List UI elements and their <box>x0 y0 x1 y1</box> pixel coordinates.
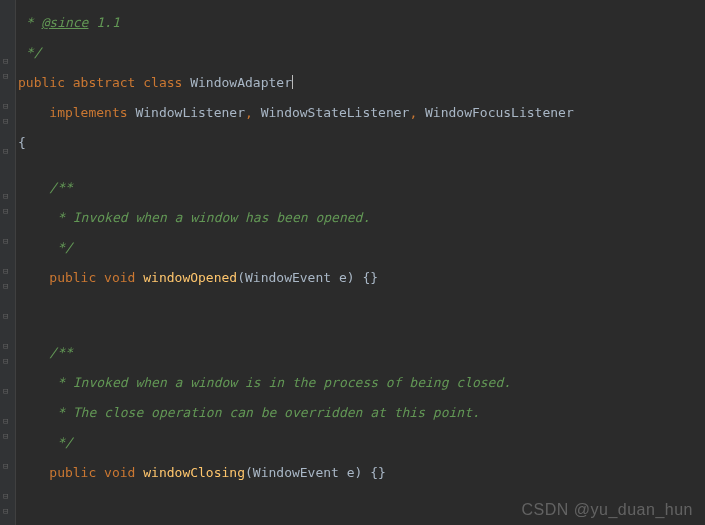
fold-icon[interactable]: ⊟ <box>3 492 12 501</box>
fold-icon[interactable]: ⊟ <box>3 57 12 66</box>
keyword: void <box>104 270 135 285</box>
param: e <box>339 465 355 480</box>
fold-icon[interactable]: ⊟ <box>3 282 12 291</box>
fold-icon[interactable]: ⊟ <box>3 192 12 201</box>
punct: ) <box>355 465 363 480</box>
fold-icon[interactable]: ⊟ <box>3 462 12 471</box>
javadoc-text: * The close operation can be overridden … <box>49 405 479 420</box>
javadoc-open: /** <box>49 180 72 195</box>
javadoc-close: */ <box>49 240 72 255</box>
punct: ( <box>245 465 253 480</box>
keyword: public <box>49 465 96 480</box>
javadoc-text: 1.1 <box>88 15 119 30</box>
keyword: public <box>49 270 96 285</box>
keyword: implements <box>49 105 127 120</box>
fold-icon[interactable]: ⊟ <box>3 432 12 441</box>
keyword: abstract <box>73 75 136 90</box>
javadoc-text: * Invoked when a window is in the proces… <box>49 375 511 390</box>
javadoc-close: */ <box>18 45 41 60</box>
fold-icon[interactable]: ⊟ <box>3 117 12 126</box>
code-editor[interactable]: ⊟ ⊟ ⊟ ⊟ ⊟ ⊟ ⊟ ⊟ ⊟ ⊟ ⊟ ⊟ ⊟ ⊟ ⊟ ⊟ ⊟ ⊟ ⊟ * … <box>0 0 705 525</box>
fold-icon[interactable]: ⊟ <box>3 72 12 81</box>
fold-icon[interactable]: ⊟ <box>3 102 12 111</box>
fold-icon[interactable]: ⊟ <box>3 237 12 246</box>
text-cursor <box>292 75 293 89</box>
code-area[interactable]: * @since 1.1 */ public abstract class Wi… <box>16 0 574 525</box>
method-name: windowClosing <box>143 465 245 480</box>
method-name: windowOpened <box>143 270 237 285</box>
type: WindowEvent <box>245 270 331 285</box>
param: e <box>331 270 347 285</box>
brace: { <box>18 135 26 150</box>
fold-icon[interactable]: ⊟ <box>3 507 12 516</box>
javadoc-close: */ <box>49 435 72 450</box>
keyword: class <box>143 75 182 90</box>
punct: ( <box>237 270 245 285</box>
fold-icon[interactable]: ⊟ <box>3 342 12 351</box>
fold-icon[interactable]: ⊟ <box>3 387 12 396</box>
gutter: ⊟ ⊟ ⊟ ⊟ ⊟ ⊟ ⊟ ⊟ ⊟ ⊟ ⊟ ⊟ ⊟ ⊟ ⊟ ⊟ ⊟ ⊟ ⊟ <box>0 0 16 525</box>
keyword: public <box>18 75 65 90</box>
fold-icon[interactable]: ⊟ <box>3 267 12 276</box>
type: WindowListener <box>135 105 245 120</box>
fold-icon[interactable]: ⊟ <box>3 357 12 366</box>
javadoc-open: /** <box>49 345 72 360</box>
punct: {} <box>362 270 378 285</box>
javadoc-since-tag: @since <box>41 15 88 30</box>
javadoc-text: * Invoked when a window has been opened. <box>49 210 370 225</box>
class-name: WindowAdapter <box>190 75 292 90</box>
type: WindowStateListener <box>261 105 410 120</box>
punct: {} <box>370 465 386 480</box>
type: WindowEvent <box>253 465 339 480</box>
keyword: void <box>104 465 135 480</box>
fold-icon[interactable]: ⊟ <box>3 207 12 216</box>
punct: ) <box>347 270 355 285</box>
punct: , <box>245 105 253 120</box>
type: WindowFocusListener <box>425 105 574 120</box>
fold-icon[interactable]: ⊟ <box>3 312 12 321</box>
fold-icon[interactable]: ⊟ <box>3 417 12 426</box>
fold-icon[interactable]: ⊟ <box>3 147 12 156</box>
punct: , <box>409 105 417 120</box>
